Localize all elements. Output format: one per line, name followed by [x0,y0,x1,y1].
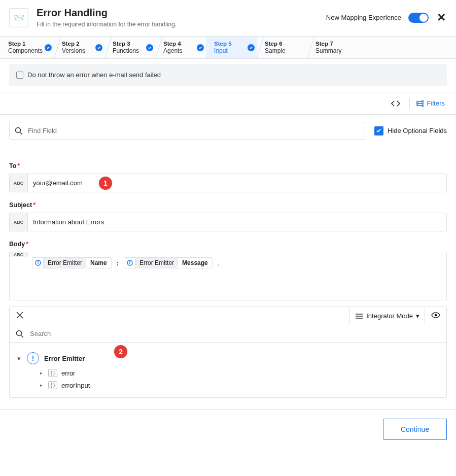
close-icon[interactable]: ✕ [436,12,447,23]
svg-rect-8 [129,262,130,264]
find-field-input[interactable] [27,126,360,135]
callout-2: 2 [114,345,127,358]
svg-rect-6 [38,261,38,262]
object-icon: { } [48,381,57,389]
page-subtitle: Fill in the required information for the… [37,21,177,28]
app-icon: 📨 [9,8,28,27]
type-badge-abc: ABC [10,174,28,192]
svg-point-0 [422,100,423,102]
mapper-search-input[interactable] [29,329,440,338]
subject-label: Subject* [9,201,447,209]
step-components[interactable]: Step 1 Components [0,37,54,58]
svg-point-11 [17,330,22,335]
mapper-close-button[interactable] [10,307,30,325]
step-agents[interactable]: Step 4 Agents [155,37,206,58]
mapping-chip[interactable]: Error Emitter Message [124,257,213,268]
step-functions[interactable]: Step 3 Functions [104,37,155,58]
error-emitter-icon: ! [27,352,39,364]
filters-button[interactable]: Filters [414,96,447,110]
tree-caret[interactable]: ▾ [16,355,22,362]
step-done-icon [248,44,255,51]
stepper: Step 1 Components Step 2 Versions Step 3… [0,36,456,59]
subject-input[interactable]: Information about Errors [28,213,446,231]
step-done-icon [45,44,52,51]
svg-point-2 [422,105,423,106]
svg-point-10 [435,314,437,316]
suppress-error-label: Do not throw an error when e-mail send f… [27,71,161,79]
search-icon [16,330,24,338]
find-field-box[interactable] [9,122,365,140]
hide-optional-checkbox[interactable] [374,126,383,135]
body-input[interactable]: Error Emitter Name: Error Emitter Messag… [28,252,446,294]
tree-item-error[interactable]: ▸ { } error [13,367,443,379]
type-badge-abc: ABC [10,252,28,257]
suppress-error-checkbox[interactable] [16,72,23,79]
integrator-mode-dropdown[interactable]: Integrator Mode ▾ [349,308,425,324]
chevron-down-icon: ▾ [416,312,419,320]
svg-rect-5 [38,262,38,264]
page-title: Error Handling [37,7,177,19]
filters-label: Filters [427,99,445,107]
tree-caret[interactable]: ▸ [40,370,44,376]
callout-1: 1 [99,177,112,190]
step-input[interactable]: Step 5 Input [206,37,257,58]
step-versions[interactable]: Step 2 Versions [54,37,104,58]
svg-point-3 [16,127,21,132]
type-badge-abc: ABC [10,213,28,231]
hide-optional-label: Hide Optional Fields [388,127,447,134]
code-toggle-button[interactable] [386,97,405,110]
list-icon [355,313,363,319]
step-sample[interactable]: Step 6 Sample [257,37,307,58]
search-icon [15,127,23,135]
step-done-icon [197,44,204,51]
object-icon: { } [48,369,57,377]
error-option-banner: Do not throw an error when e-mail send f… [9,64,447,86]
tree-root[interactable]: Error Emitter [44,355,85,362]
nme-label: New Mapping Experience [326,14,401,21]
tree-caret[interactable]: ▸ [40,383,44,388]
continue-button[interactable]: Continue [383,419,447,440]
tree-item-errorInput[interactable]: ▸ { } errorInput [13,379,443,391]
mapper-panel: Integrator Mode ▾ ▾ ! Error Emitter 2 ▸ … [9,307,447,398]
step-summary[interactable]: Step 7 Summary [307,37,358,58]
info-icon [32,257,44,268]
to-label: To* [9,162,447,169]
svg-rect-9 [129,261,130,262]
to-input[interactable]: your@email.com 1 [28,174,446,192]
step-done-icon [95,44,102,51]
nme-toggle[interactable] [408,13,429,23]
mapping-chip[interactable]: Error Emitter Name [32,257,112,268]
body-label: Body* [9,241,447,248]
preview-button[interactable] [425,308,446,324]
info-icon [124,257,135,268]
svg-point-1 [416,103,418,104]
step-done-icon [146,44,153,51]
separator [409,98,410,109]
